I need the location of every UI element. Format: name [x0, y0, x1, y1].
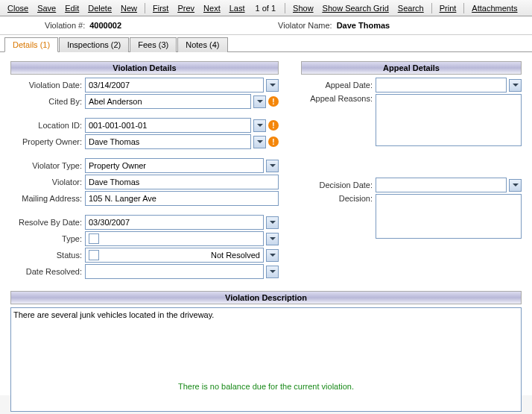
property-owner-label: Property Owner:	[10, 137, 85, 146]
last-button[interactable]: Last	[225, 2, 250, 14]
record-header: Violation #: 4000002 Violator Name: Dave…	[0, 16, 532, 35]
delete-button[interactable]: Delete	[83, 2, 116, 14]
warning-icon[interactable]: !	[268, 120, 279, 131]
checkbox-icon	[89, 250, 99, 260]
separator	[431, 3, 432, 13]
dropdown-icon[interactable]	[266, 266, 279, 278]
tab-inspections[interactable]: Inspections (2)	[59, 37, 129, 52]
warning-icon[interactable]: !	[268, 96, 279, 107]
mailing-address-input[interactable]	[85, 191, 279, 206]
mailing-address-label: Mailing Address:	[10, 194, 85, 203]
appeal-details-header: Appeal Details	[301, 61, 522, 75]
dropdown-icon[interactable]	[266, 216, 279, 229]
balance-status: There is no balance due for the current …	[0, 382, 532, 391]
dropdown-icon[interactable]	[266, 160, 279, 172]
dropdown-icon[interactable]	[253, 95, 266, 108]
search-button[interactable]: Search	[393, 2, 428, 14]
date-resolved-label: Date Resolved:	[10, 267, 85, 276]
prev-button[interactable]: Prev	[173, 2, 199, 14]
decision-date-input[interactable]	[376, 178, 507, 192]
appeal-reasons-label: Appeal Reasons:	[301, 94, 376, 103]
location-id-select[interactable]: 001-001-001-01	[85, 118, 251, 133]
dropdown-icon[interactable]	[266, 233, 279, 245]
show-button[interactable]: Show	[288, 2, 318, 14]
tab-bar: Details (1) Inspections (2) Fees (3) Not…	[0, 35, 532, 52]
warning-icon[interactable]: !	[268, 137, 279, 147]
violator-name-label: Violator Name:	[278, 21, 332, 30]
status-select[interactable]: Not Resolved	[85, 248, 264, 263]
violator-name-value: Dave Thomas	[337, 21, 390, 30]
location-id-label: Location ID:	[10, 121, 85, 130]
edit-button[interactable]: Edit	[60, 2, 83, 14]
content-area: Violation Details Violation Date: 03/14/…	[0, 52, 532, 395]
attachments-button[interactable]: Attachments	[467, 2, 522, 14]
dropdown-icon[interactable]	[266, 79, 279, 92]
first-button[interactable]: First	[148, 2, 173, 14]
dropdown-icon[interactable]	[266, 249, 279, 262]
record-counter: 1 of 1	[250, 4, 282, 13]
type-select[interactable]	[85, 231, 264, 246]
toolbar: Close Save Edit Delete New First Prev Ne…	[0, 0, 532, 16]
property-owner-select[interactable]: Dave Thomas	[85, 134, 251, 149]
separator	[285, 3, 285, 13]
decision-label: Decision:	[301, 194, 376, 203]
tab-notes[interactable]: Notes (4)	[177, 37, 227, 52]
decision-input[interactable]	[376, 194, 522, 239]
new-button[interactable]: New	[116, 2, 142, 14]
checkbox-icon	[89, 233, 99, 244]
violator-label: Violator:	[10, 178, 85, 186]
status-label: Status:	[10, 251, 85, 260]
dropdown-icon[interactable]	[253, 119, 266, 132]
violator-type-select[interactable]: Property Owner	[85, 158, 264, 173]
decision-date-label: Decision Date:	[301, 181, 376, 189]
resolve-by-input[interactable]: 03/30/2007	[85, 215, 264, 230]
violator-input[interactable]	[85, 175, 279, 189]
print-button[interactable]: Print	[435, 2, 461, 14]
resolve-by-label: Resolve By Date:	[10, 218, 85, 227]
save-button[interactable]: Save	[33, 2, 60, 14]
separator	[145, 3, 145, 13]
cited-by-select[interactable]: Abel Anderson	[85, 94, 251, 109]
violation-date-input[interactable]: 03/14/2007	[85, 78, 264, 92]
violation-description-input[interactable]	[10, 307, 522, 412]
tab-details[interactable]: Details (1)	[4, 37, 58, 52]
cited-by-label: Cited By:	[10, 97, 85, 106]
appeal-date-label: Appeal Date:	[301, 81, 376, 90]
violation-number-value: 4000002	[89, 21, 121, 30]
violation-number-label: Violation #:	[45, 21, 85, 30]
appeal-date-input[interactable]	[376, 78, 507, 92]
violation-description-header: Violation Description	[10, 291, 522, 304]
violation-date-label: Violation Date:	[10, 81, 85, 90]
violator-type-label: Violator Type:	[10, 161, 85, 170]
close-button[interactable]: Close	[3, 2, 33, 14]
dropdown-icon[interactable]	[253, 136, 266, 148]
separator	[463, 3, 464, 13]
dropdown-icon[interactable]	[509, 179, 522, 192]
next-button[interactable]: Next	[199, 2, 225, 14]
dropdown-icon[interactable]	[509, 79, 522, 92]
date-resolved-input[interactable]	[85, 264, 264, 279]
violation-details-header: Violation Details	[10, 61, 279, 75]
type-label: Type:	[10, 234, 85, 243]
appeal-reasons-input[interactable]	[376, 94, 522, 146]
tab-fees[interactable]: Fees (3)	[130, 37, 177, 52]
show-search-grid-button[interactable]: Show Search Grid	[318, 2, 393, 14]
